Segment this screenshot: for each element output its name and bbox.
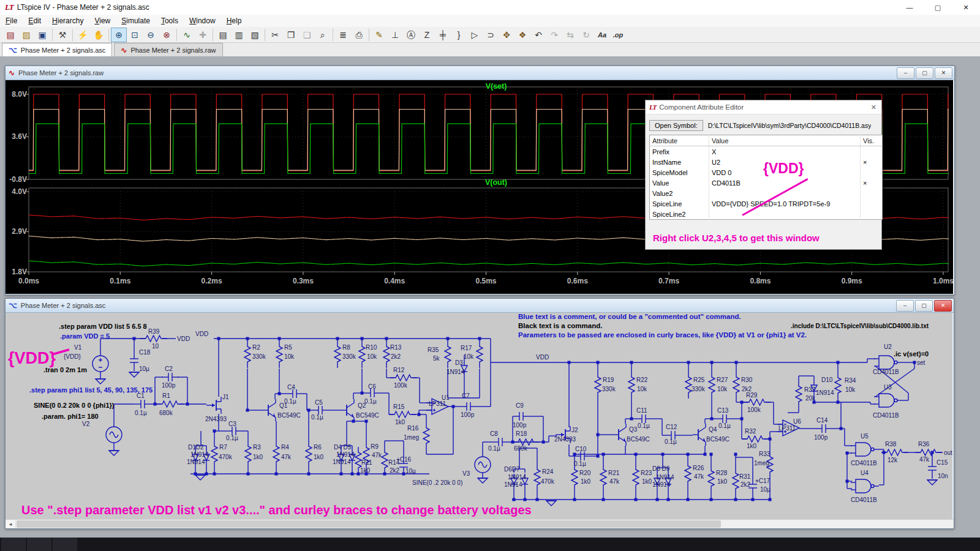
spice-directive-text[interactable]: Blue text is a comment, or could be a "c… [518, 313, 741, 320]
component-label[interactable]: 680k [159, 410, 173, 416]
tab-waveform[interactable]: ∿Phase Meter + 2 signals.raw [114, 43, 222, 56]
horizontal-scrollbar[interactable]: ◂ [6, 519, 954, 528]
component-label[interactable]: R18 [516, 430, 527, 437]
zoom-area-icon[interactable]: ⊡ [127, 28, 143, 42]
ground-icon[interactable]: ⊥ [387, 28, 403, 42]
component-label[interactable]: 10µ [760, 486, 771, 493]
component-label[interactable]: Q4 [709, 426, 717, 433]
spice-directive-text[interactable]: .param VDD = 5 [60, 332, 110, 340]
attribute-row-prefix[interactable]: PrefixX [650, 146, 883, 157]
zoom-full-extents-icon[interactable]: ⊗ [159, 28, 175, 42]
component-label[interactable]: C4 [287, 384, 295, 391]
component-label[interactable]: R21 [608, 470, 620, 476]
open-symbol-button[interactable]: Open Symbol: [649, 120, 703, 131]
component-label[interactable]: 100p [461, 411, 475, 418]
trace-label-V(set)[interactable]: V(set) [486, 82, 507, 91]
component-label[interactable]: V1 [74, 344, 82, 351]
menu-hierarchy[interactable]: Hierarchy [47, 15, 89, 26]
attribute-row-spiceline2[interactable]: SpiceLine2 [650, 209, 883, 220]
menu-edit[interactable]: Edit [23, 15, 47, 26]
halt-icon[interactable]: ✋ [91, 28, 107, 42]
component-label[interactable]: D3 [455, 359, 463, 366]
trace-label-V(out)[interactable]: V(out) [485, 178, 507, 187]
component-label[interactable]: 0.1µ [718, 422, 731, 429]
attribute-value[interactable]: CD4011B [709, 178, 861, 188]
component-label[interactable]: BC549C [706, 436, 729, 443]
print-icon[interactable]: ⎙ [351, 28, 367, 42]
component-label[interactable]: 0.1µ [638, 422, 650, 429]
component-label[interactable]: set [917, 359, 925, 366]
component-label[interactable]: 100p [513, 422, 527, 429]
component-label[interactable]: R3 [253, 444, 261, 451]
component-icon[interactable]: ⊃ [483, 28, 499, 42]
component-label[interactable]: R16 [407, 425, 419, 432]
text-icon[interactable]: Aa [594, 28, 610, 42]
component-label[interactable]: +C16 [396, 456, 412, 463]
annotation-text[interactable]: {VDD} [8, 349, 56, 367]
component-label[interactable]: 10µ [139, 365, 149, 372]
component-label[interactable]: D6D7 [504, 466, 520, 473]
spice-directive-text[interactable]: Parameters to be passed are enclosed in … [518, 331, 807, 339]
component-label[interactable]: 1N914 [816, 389, 834, 396]
spice-directive-text[interactable]: .step param phi1 list 5, 45, 90, 135, 17… [29, 386, 153, 394]
component-label[interactable]: 0.1µ [364, 398, 377, 405]
component-label[interactable]: R36 [918, 441, 930, 448]
spice-directive-icon[interactable]: .op [610, 28, 626, 42]
zoom-out-icon[interactable]: ⊖ [143, 28, 159, 42]
component-label[interactable]: C13 [717, 407, 729, 414]
component-label[interactable]: VDD [536, 354, 549, 361]
component-label[interactable]: LP311 [429, 400, 447, 407]
minimize-button[interactable]: – [897, 67, 914, 79]
component-label[interactable]: C8 [490, 430, 498, 437]
component-label[interactable]: 10k [367, 353, 377, 360]
component-label[interactable]: R9 [371, 443, 379, 450]
waveform-window-titlebar[interactable]: ∿ Phase Meter + 2 signals.raw –▢✕ [6, 66, 954, 80]
component-label[interactable]: 2k2 [741, 481, 751, 488]
restore-button[interactable]: ▢ [916, 67, 933, 79]
component-label[interactable]: 10k [717, 386, 728, 392]
attribute-visible-flag[interactable]: × [861, 157, 883, 167]
menu-view[interactable]: View [89, 15, 116, 26]
component-label[interactable]: R10 [366, 344, 377, 351]
control-panel-icon[interactable]: ⚒ [55, 28, 70, 42]
autorange-y-icon[interactable]: ∿ [179, 28, 195, 42]
component-label[interactable]: U4 [861, 470, 869, 476]
component-label[interactable]: 10k [284, 353, 295, 360]
component-label[interactable]: C6 [368, 383, 376, 390]
dialog-close-button[interactable]: ✕ [871, 103, 876, 111]
component-label[interactable]: R12 [393, 367, 405, 373]
component-label[interactable]: 1N914 [333, 459, 351, 465]
spice-directive-text[interactable]: .param. phi1= 180 [42, 413, 99, 420]
find-icon[interactable]: ⌕ [315, 28, 331, 42]
component-label[interactable]: D10 [821, 377, 833, 383]
attribute-visible-flag[interactable] [861, 198, 883, 209]
component-label[interactable]: 1N914 [508, 474, 526, 481]
component-label[interactable]: 0.1µ [488, 445, 500, 452]
component-label[interactable]: 47k [281, 454, 292, 460]
menu-window[interactable]: Window [184, 15, 221, 26]
component-label[interactable]: C2 [165, 365, 173, 372]
component-label[interactable]: {VDD} [64, 353, 81, 360]
component-label[interactable]: R4 [281, 444, 289, 451]
component-label[interactable]: C5 [315, 399, 323, 406]
component-label[interactable]: CD4011B [851, 497, 877, 503]
component-label[interactable]: D1D2 [188, 444, 204, 451]
menu-simulate[interactable]: Simulate [116, 15, 156, 26]
close-button[interactable]: ✕ [952, 0, 980, 15]
attribute-value[interactable]: VDD={VDD} SPEED=1.0 TRIPDT=5e-9 [709, 198, 861, 209]
open-file-icon[interactable]: ▨ [18, 28, 34, 42]
component-label[interactable]: J1 [222, 394, 229, 400]
component-label[interactable]: R2 [252, 344, 260, 351]
component-label[interactable]: VDD [177, 335, 190, 342]
annotation-text[interactable]: Use ".step parameter VDD list v1 v2 v3..… [21, 503, 532, 517]
component-label[interactable]: C18 [139, 349, 151, 356]
component-label[interactable]: 2k2 [391, 353, 401, 360]
pan-icon[interactable]: ✚ [195, 28, 211, 42]
minimize-button[interactable]: – [896, 300, 914, 312]
component-label[interactable]: 1k0 [395, 419, 405, 425]
tile-vertical-icon[interactable]: ▥ [231, 28, 247, 42]
copy-icon[interactable]: ❐ [283, 28, 299, 42]
component-label[interactable]: R11 [361, 459, 372, 466]
component-label[interactable]: C12 [666, 424, 677, 430]
redo-icon[interactable]: ↷ [546, 28, 562, 42]
